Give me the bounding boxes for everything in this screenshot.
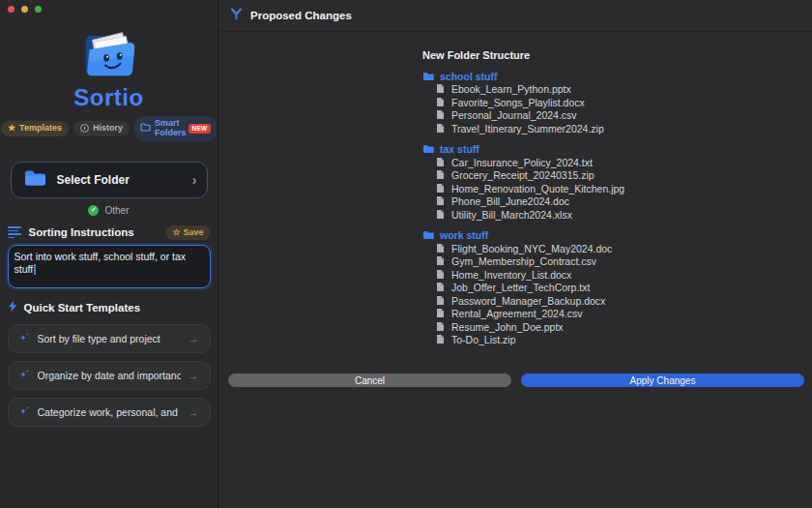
tree-folder-row: work stuff <box>422 228 608 242</box>
sorting-instructions-value: Sort into work stuff, school stuff, or t… <box>14 251 187 276</box>
app-window: Sortio ★ Templates History Smart Folders… <box>0 0 812 508</box>
lightning-bolt-icon <box>8 299 17 316</box>
tree-file-row: Phone_Bill_June2024.doc <box>422 195 608 209</box>
tree-file-row: Password_Manager_Backup.docx <box>422 294 608 308</box>
check-circle-icon: ✓ <box>88 205 99 216</box>
tree-file-name: Favorite_Songs_Playlist.docx <box>451 97 585 108</box>
smart-folders-button[interactable]: Smart Folders NEW <box>134 116 217 141</box>
folder-structure-preview: New Folder Structure school stuffEbook_L… <box>422 49 608 346</box>
tree-file-name: Ebook_Learn_Python.pptx <box>451 83 571 95</box>
tree-file-name: Flight_Booking_NYC_May2024.doc <box>451 243 612 254</box>
tree-file-name: Job_Offer_Letter_TechCorp.txt <box>451 282 590 293</box>
folder-icon <box>422 68 434 85</box>
sorting-instructions-header: Sorting Instructions ☆ Save <box>8 225 211 240</box>
sidebar-nav: ★ Templates History Smart Folders NEW <box>0 116 224 141</box>
tree-file-row: Rental_Agreement_2024.csv <box>422 308 608 321</box>
tree-file-name: Phone_Bill_June2024.doc <box>451 195 569 207</box>
quick-template-button-1[interactable]: Sort by file type and project → <box>8 324 211 353</box>
sorting-instructions-title: Sorting Instructions <box>29 226 166 238</box>
file-icon <box>436 206 445 224</box>
tree-folder-name: school stuff <box>440 71 498 82</box>
file-icon <box>436 120 445 137</box>
tree-file-name: Utility_Bill_March2024.xlsx <box>451 209 572 221</box>
app-logo-folder-mascot-icon <box>79 26 139 82</box>
tree-file-row: Home_Renovation_Quote_Kitchen.jpg <box>422 182 608 195</box>
close-window-button[interactable] <box>8 6 14 13</box>
quick-template-button-3[interactable]: Categorize work, personal, and me... → <box>8 398 211 427</box>
tree-file-name: Resume_John_Doe.pptx <box>451 321 564 333</box>
tree-file-row: Gym_Membership_Contract.csv <box>422 255 608 269</box>
quick-start-header: Quick Start Templates <box>8 299 211 316</box>
tree-file-row: Personal_Journal_2024.csv <box>422 109 608 123</box>
folder-icon <box>422 226 434 244</box>
arrow-right-icon: → <box>188 370 199 381</box>
tree-file-row: Grocery_Receipt_20240315.zip <box>422 169 608 183</box>
tree-folder-group: tax stuffCar_Insurance_Policy_2024.txtGr… <box>422 142 608 222</box>
tree-file-name: Car_Insurance_Policy_2024.txt <box>451 157 593 168</box>
quick-template-button-2[interactable]: Organize by date and importance → <box>8 361 211 390</box>
tree-folder-group: work stuffFlight_Booking_NYC_May2024.doc… <box>422 228 608 346</box>
tree-file-name: Personal_Journal_2024.csv <box>451 109 577 121</box>
tree-file-row: Favorite_Songs_Playlist.docx <box>422 96 608 109</box>
tree-file-row: Car_Insurance_Policy_2024.txt <box>422 156 608 169</box>
star-outline-icon: ☆ <box>172 227 180 237</box>
tree-title: New Folder Structure <box>422 49 608 62</box>
zoom-window-button[interactable] <box>35 6 42 13</box>
tree-file-name: Home_Renovation_Quote_Kitchen.jpg <box>451 183 624 194</box>
chevron-right-icon: › <box>192 172 197 187</box>
main-panel: Proposed Changes New Folder Structure sc… <box>218 0 812 508</box>
select-folder-button[interactable]: Select Folder › <box>11 162 208 198</box>
tree-file-row: Ebook_Learn_Python.pptx <box>422 83 608 97</box>
save-template-button[interactable]: ☆ Save <box>165 225 210 240</box>
folder-tree: school stuffEbook_Learn_Python.pptxFavor… <box>422 70 608 347</box>
select-folder-label: Select Folder <box>57 173 182 187</box>
tree-file-row: Job_Offer_Letter_TechCorp.txt <box>422 282 608 295</box>
smart-folders-button-label: Smart Folders <box>155 119 185 138</box>
clock-icon <box>80 124 89 133</box>
sorting-instructions-input[interactable]: Sort into work stuff, school stuff, or t… <box>8 245 211 288</box>
tree-file-row: To-Do_List.zip <box>422 334 608 347</box>
quick-template-label: Categorize work, personal, and me... <box>38 406 181 418</box>
sidebar: Sortio ★ Templates History Smart Folders… <box>0 0 218 508</box>
tree-file-name: Home_Inventory_List.docx <box>451 269 571 281</box>
folder-status-row: ✓ Other <box>88 205 129 216</box>
save-button-label: Save <box>183 227 203 237</box>
history-button[interactable]: History <box>73 121 130 136</box>
arrow-right-icon: → <box>188 406 199 418</box>
templates-button[interactable]: ★ Templates <box>1 121 69 136</box>
tree-file-name: Grocery_Receipt_20240315.zip <box>451 169 594 181</box>
tree-file-name: Password_Manager_Backup.docx <box>451 295 605 307</box>
tree-file-row: Home_Inventory_List.docx <box>422 268 608 282</box>
tree-file-row: Flight_Booking_NYC_May2024.doc <box>422 242 608 255</box>
star-icon: ★ <box>8 124 15 134</box>
sparkle-icon <box>19 332 30 344</box>
tree-folder-name: work stuff <box>440 229 488 241</box>
folder-icon <box>24 169 46 190</box>
tree-file-name: Gym_Membership_Contract.csv <box>451 255 596 267</box>
file-icon <box>436 331 445 348</box>
text-caret <box>34 264 36 275</box>
tree-file-name: Rental_Agreement_2024.csv <box>451 308 582 319</box>
cancel-button[interactable]: Cancel <box>228 374 511 387</box>
tree-file-row: Utility_Bill_March2024.xlsx <box>422 208 608 222</box>
folder-outline-icon <box>140 123 151 134</box>
history-button-label: History <box>93 124 123 134</box>
branch-icon <box>230 7 243 24</box>
window-controls <box>8 6 42 13</box>
tree-file-name: Travel_Itinerary_Summer2024.zip <box>451 123 604 134</box>
tree-folder-name: tax stuff <box>440 143 479 155</box>
sparkle-icon <box>19 405 30 418</box>
minimize-window-button[interactable] <box>21 6 28 13</box>
action-bar: Cancel Apply Changes <box>228 374 804 387</box>
tree-folder-group: school stuffEbook_Learn_Python.pptxFavor… <box>422 70 608 135</box>
tree-folder-row: tax stuff <box>422 142 608 156</box>
tree-file-row: Travel_Itinerary_Summer2024.zip <box>422 122 608 135</box>
tree-file-name: To-Do_List.zip <box>451 334 516 345</box>
quick-start-title: Quick Start Templates <box>24 302 141 314</box>
arrow-right-icon: → <box>188 333 199 344</box>
tree-file-row: Resume_John_Doe.pptx <box>422 320 608 334</box>
quick-template-label: Sort by file type and project <box>38 333 181 344</box>
apply-changes-button[interactable]: Apply Changes <box>521 374 804 387</box>
proposed-changes-title: Proposed Changes <box>250 10 352 21</box>
templates-button-label: Templates <box>19 124 62 134</box>
